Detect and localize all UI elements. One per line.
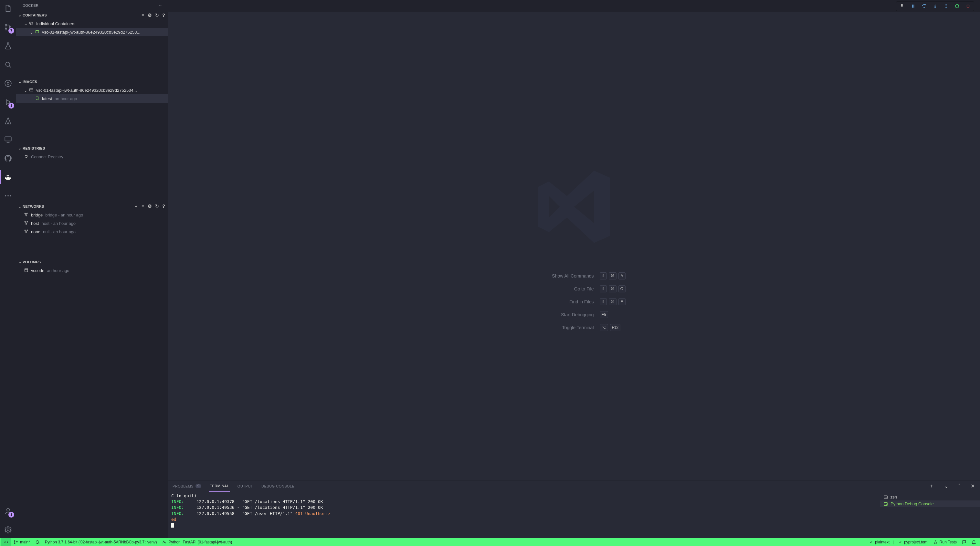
gear-icon[interactable]: ⚙	[148, 204, 152, 209]
stop-icon[interactable]	[965, 3, 971, 10]
restart-icon[interactable]	[954, 3, 960, 10]
tab-debug-console[interactable]: DEBUG CONSOLE	[261, 481, 295, 492]
run-badge: 1	[8, 103, 14, 108]
section-containers[interactable]: ⌄ CONTAINERS ≡ ⚙ ↻ ?	[16, 11, 168, 19]
accounts-icon[interactable]: 1	[0, 505, 16, 517]
status-remote[interactable]	[1, 538, 11, 546]
key: ⇧	[600, 298, 607, 305]
status-run-tests[interactable]: Run Tests	[931, 538, 959, 546]
status-sync[interactable]	[33, 538, 42, 546]
refresh-icon[interactable]: ↻	[155, 204, 159, 209]
terminal-output[interactable]: C to quit) INFO: 127.0.0.1:49378 - "GET …	[168, 492, 880, 538]
svg-point-5	[5, 80, 11, 87]
status-pyproject[interactable]: ✓pyproject.toml	[896, 538, 931, 546]
source-control-icon[interactable]: 7	[0, 21, 16, 33]
chevron-down-icon: ⌄	[18, 260, 22, 264]
key: ⌘	[609, 298, 617, 305]
key: ⇧	[600, 285, 607, 292]
svg-point-25	[25, 268, 27, 269]
svg-point-35	[14, 543, 15, 544]
svg-rect-14	[35, 30, 38, 33]
add-icon[interactable]: ＋	[134, 204, 138, 209]
help-icon[interactable]: ?	[162, 204, 165, 209]
tab-terminal[interactable]: TERMINAL	[209, 481, 230, 492]
bottom-panel: PROBLEMS 9 TERMINAL OUTPUT DEBUG CONSOLE…	[168, 480, 980, 538]
svg-rect-33	[884, 502, 888, 505]
containers-group-icon	[29, 21, 34, 27]
help-icon[interactable]: ?	[162, 13, 165, 18]
svg-rect-13	[30, 22, 33, 25]
settings-gear-icon[interactable]	[0, 524, 16, 536]
sidebar-more-icon[interactable]: ⋯	[159, 3, 162, 8]
section-volumes[interactable]: ⌄ VOLUMES	[16, 258, 168, 266]
step-over-icon[interactable]	[921, 3, 928, 10]
status-python-ext[interactable]: Python: FastAPI (01-fastapi-jwt-auth)	[159, 538, 235, 546]
svg-rect-32	[884, 496, 888, 498]
section-registries[interactable]: ⌄ REGISTRIES	[16, 144, 168, 153]
pause-icon[interactable]	[910, 3, 916, 10]
status-interpreter[interactable]: Python 3.7.1 64-bit ('02-fastapi-jwt-aut…	[42, 538, 160, 546]
explorer-icon[interactable]	[0, 3, 16, 14]
status-branch[interactable]: main*	[11, 538, 33, 546]
remote-explorer-icon[interactable]	[0, 134, 16, 145]
drag-handle-icon[interactable]: ⠿	[899, 3, 905, 10]
search-icon[interactable]	[0, 59, 16, 70]
terminal-dropdown-icon[interactable]: ⌄	[943, 483, 950, 489]
svg-point-28	[924, 7, 924, 8]
new-terminal-icon[interactable]: ＋	[928, 483, 936, 489]
volume-item[interactable]: vscode an hour ago	[16, 266, 168, 275]
docker-icon[interactable]	[0, 171, 16, 183]
network-icon	[23, 229, 29, 234]
key: A	[619, 272, 625, 279]
filter-icon[interactable]: ≡	[142, 204, 144, 209]
docker-sidebar: DOCKER ⋯ ⌄ CONTAINERS ≡ ⚙ ↻ ? ⌄	[16, 0, 168, 538]
network-item[interactable]: hosthost - an hour ago	[16, 219, 168, 228]
tab-output[interactable]: OUTPUT	[237, 481, 254, 492]
svg-point-8	[8, 195, 9, 196]
svg-rect-6	[5, 137, 11, 141]
network-item[interactable]: bridgebridge - an hour ago	[16, 211, 168, 219]
sidebar-title: DOCKER	[22, 3, 38, 8]
network-item[interactable]: nonenull - an hour ago	[16, 228, 168, 236]
problems-badge: 9	[196, 484, 201, 488]
chevron-down-icon: ⌄	[18, 204, 22, 209]
step-out-icon[interactable]	[943, 3, 949, 10]
section-networks[interactable]: ⌄ NETWORKS ＋ ≡ ⚙ ↻ ?	[16, 202, 168, 211]
key: ⌘	[609, 285, 617, 292]
image-tag[interactable]: latest an hour ago	[16, 94, 168, 103]
extensions-icon[interactable]	[0, 78, 16, 89]
welcome-command: Go to File⇧⌘O	[523, 285, 625, 292]
step-into-icon[interactable]	[932, 3, 938, 10]
gear-icon[interactable]: ⚙	[148, 13, 152, 18]
svg-rect-15	[30, 88, 33, 91]
svg-point-1	[5, 29, 7, 30]
vscode-watermark-icon	[529, 162, 619, 253]
chevron-down-icon: ⌄	[23, 88, 28, 93]
more-icon[interactable]	[0, 190, 16, 202]
network-icon	[23, 221, 29, 226]
status-feedback-icon[interactable]	[959, 538, 969, 546]
svg-point-11	[7, 529, 10, 531]
azure-icon[interactable]	[0, 115, 16, 127]
refresh-icon[interactable]: ↻	[155, 13, 159, 18]
run-debug-icon[interactable]: 1	[0, 96, 16, 108]
section-images[interactable]: ⌄ IMAGES	[16, 78, 168, 86]
github-icon[interactable]	[0, 153, 16, 164]
tab-problems[interactable]: PROBLEMS 9	[172, 481, 202, 492]
container-item[interactable]: ⌄ vsc-01-fastapi-jwt-auth-86e249320cb3e2…	[16, 28, 168, 36]
beaker-icon[interactable]	[0, 40, 16, 52]
maximize-panel-icon[interactable]: ˄	[957, 483, 962, 489]
terminal-list-item[interactable]: Python Debug Console	[880, 500, 980, 507]
connect-registry[interactable]: Connect Registry...	[16, 153, 168, 161]
chevron-down-icon: ⌄	[18, 146, 22, 151]
image-repo[interactable]: ⌄ vsc-01-fastapi-jwt-auth-86e249320cb3e2…	[16, 86, 168, 94]
key: ⌥	[600, 324, 608, 331]
svg-point-9	[10, 195, 11, 196]
close-panel-icon[interactable]: ✕	[969, 483, 977, 489]
terminal-list-item[interactable]: zsh	[880, 493, 980, 500]
filter-icon[interactable]: ≡	[142, 13, 144, 18]
status-bell-icon[interactable]	[969, 538, 979, 546]
containers-group[interactable]: ⌄ Individual Containers	[16, 19, 168, 28]
status-lang[interactable]: ✓plaintext|	[867, 538, 896, 546]
key: F5	[600, 311, 608, 318]
